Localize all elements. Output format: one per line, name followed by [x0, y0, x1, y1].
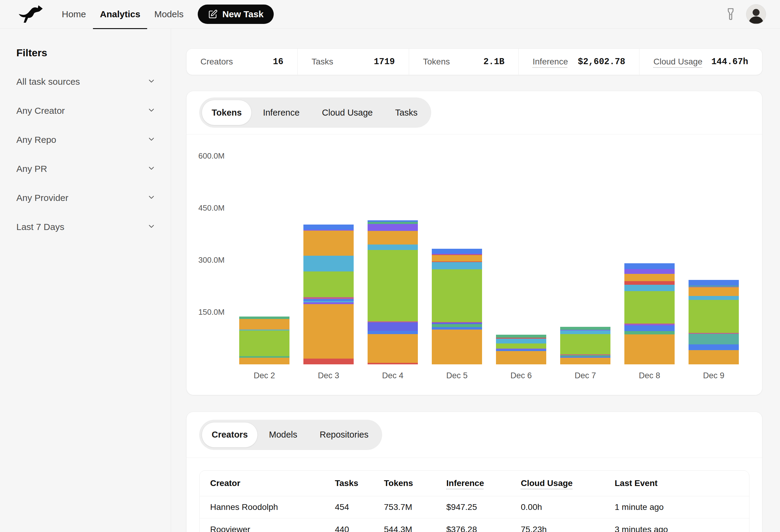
new-task-button[interactable]: New Task [198, 5, 274, 24]
chevron-down-icon [147, 77, 156, 87]
avatar[interactable] [746, 4, 766, 24]
bar-segment-orange [368, 231, 418, 245]
stacked-bar-chart: 150.0M300.0M450.0M600.0M [187, 135, 762, 364]
cell-inference: $376.28 [446, 525, 521, 532]
table-tab-group: CreatorsModelsRepositories [199, 420, 382, 450]
x-axis-label: Dec 2 [239, 371, 289, 380]
x-axis-label: Dec 3 [303, 371, 354, 380]
cell-last-event: 3 minutes ago [615, 525, 738, 532]
x-axis-label: Dec 6 [496, 371, 546, 380]
filter-label: Any Provider [16, 193, 68, 203]
chart-tab-group: TokensInferenceCloud UsageTasks [199, 97, 431, 128]
y-axis-label: 450.0M [198, 203, 225, 213]
bar-segment-green [560, 334, 611, 355]
stat-label-cloud-usage[interactable]: Cloud Usage [653, 57, 702, 66]
bar-segment-teal [560, 327, 611, 330]
bar-segment-green [239, 330, 289, 356]
bar-dec-7 [560, 327, 611, 364]
bar-segment-green [689, 300, 739, 333]
bar-segment-blue [624, 326, 675, 331]
filter-any-repo[interactable]: Any Repo [16, 134, 156, 146]
bar-dec-8 [624, 263, 675, 364]
chevron-down-icon [147, 135, 156, 145]
flashlight-icon[interactable] [724, 6, 738, 22]
bar-segment-sky [689, 296, 739, 300]
bar-segment-green [496, 343, 546, 349]
stat-label-tasks: Tasks [311, 57, 333, 66]
column-header-cloud-usage[interactable]: Cloud Usage [521, 478, 615, 488]
bar-segment-teal [432, 324, 482, 327]
x-axis-label: Dec 9 [689, 371, 739, 380]
bar-segment-orange [239, 319, 289, 330]
bar-segment-sky [303, 256, 354, 272]
filter-last-7-days[interactable]: Last 7 Days [16, 221, 156, 233]
bar-segment-orange [303, 304, 354, 359]
table-header-row: CreatorTasksTokensInferenceCloud UsageLa… [200, 471, 749, 496]
cell-cloud-usage: 75.23h [521, 525, 615, 532]
cell-tokens: 753.7M [384, 502, 446, 512]
bar-segment-orange [239, 358, 289, 364]
bar-segment-orange [624, 274, 675, 281]
table-tab-repositories[interactable]: Repositories [308, 422, 380, 447]
filter-any-creator[interactable]: Any Creator [16, 105, 156, 117]
stat-value-creators: 16 [273, 57, 283, 67]
bar-segment-teal2 [689, 334, 739, 344]
table-row-hannes-roodolph[interactable]: Hannes Roodolph454753.7M$947.250.00h1 mi… [200, 496, 749, 518]
bar-segment-orange [368, 334, 418, 363]
bar-segment-orange [303, 230, 354, 256]
bar-segment-orange [496, 351, 546, 364]
column-header-tokens: Tokens [384, 478, 446, 488]
cell-creator: Rooviewer [210, 525, 335, 532]
chart-tabs-row: TokensInferenceCloud UsageTasks [187, 91, 762, 135]
chart-tab-inference[interactable]: Inference [252, 100, 311, 125]
bar-segment-green [432, 269, 482, 322]
filter-all-task-sources[interactable]: All task sources [16, 76, 156, 88]
bar-segment-teal [368, 222, 418, 224]
bar-segment-violet [368, 224, 418, 231]
bar-segment-blue [432, 327, 482, 329]
stat-label-inference[interactable]: Inference [533, 57, 568, 66]
bar-dec-5 [432, 249, 482, 364]
x-axis-label: Dec 5 [432, 371, 482, 380]
bar-dec-9 [689, 280, 739, 364]
top-nav: HomeAnalyticsModels New Task [0, 0, 780, 29]
filters-title: Filters [16, 47, 156, 59]
bar-segment-orange [432, 255, 482, 261]
chart-tab-cloud-usage[interactable]: Cloud Usage [311, 100, 384, 125]
bar-segment-sky [496, 339, 546, 343]
bar-segment-red [303, 359, 354, 364]
bar-segment-orange [689, 287, 739, 296]
table-tab-models[interactable]: Models [258, 422, 308, 447]
filter-label: Any PR [16, 164, 47, 174]
y-axis-label: 300.0M [198, 255, 225, 265]
nav-item-models[interactable]: Models [147, 0, 190, 29]
nav-right [724, 4, 766, 24]
bar-segment-orange [624, 334, 675, 364]
x-axis-label: Dec 4 [368, 371, 418, 380]
nav-links: HomeAnalyticsModels [55, 0, 190, 29]
column-header-tasks: Tasks [335, 478, 384, 488]
cell-last-event: 1 minute ago [615, 502, 738, 512]
bar-dec-6 [496, 335, 546, 364]
chevron-down-icon [147, 164, 156, 174]
stat-creators: Creators16 [187, 49, 298, 75]
bar-segment-teal [624, 331, 675, 334]
filter-any-provider[interactable]: Any Provider [16, 192, 156, 204]
cell-creator: Hannes Roodolph [210, 502, 335, 512]
chart-tab-tokens[interactable]: Tokens [202, 100, 252, 125]
bar-segment-indigo [368, 322, 418, 331]
bar-segment-red [624, 281, 675, 284]
nav-item-home[interactable]: Home [55, 0, 93, 29]
stats-bar: Creators16Tasks1719Tokens2.1BInference$2… [186, 48, 763, 75]
table-tab-creators[interactable]: Creators [202, 422, 258, 447]
chart-tab-tasks[interactable]: Tasks [384, 100, 429, 125]
table-row-rooviewer[interactable]: Rooviewer440544.3M$376.2875.23h3 minutes… [200, 518, 749, 532]
stat-tasks: Tasks1719 [298, 49, 409, 75]
filter-any-pr[interactable]: Any PR [16, 163, 156, 175]
bar-segment-blue [368, 331, 418, 334]
kangaroo-logo-icon[interactable] [18, 5, 44, 23]
column-header-inference[interactable]: Inference [446, 478, 521, 488]
bar-segment-blue [303, 224, 354, 230]
chevron-down-icon [147, 193, 156, 203]
nav-item-analytics[interactable]: Analytics [93, 0, 147, 29]
